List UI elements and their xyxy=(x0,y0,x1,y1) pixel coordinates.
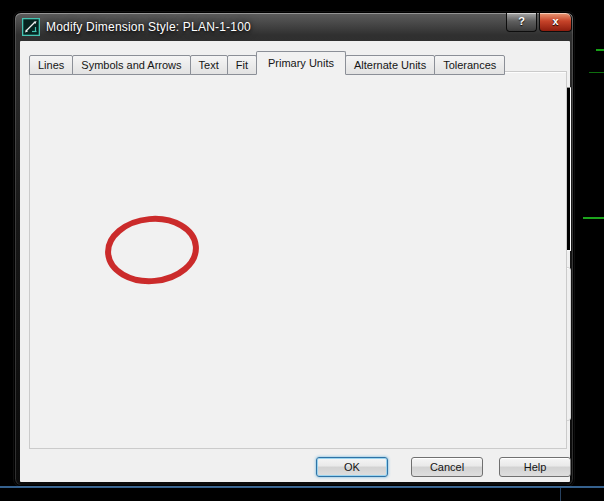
dimension-style-icon xyxy=(22,18,40,36)
window-title: Modify Dimension Style: PLAN-1-100 xyxy=(46,20,251,34)
tab-alternate-units[interactable]: Alternate Units xyxy=(345,55,435,75)
background-tick xyxy=(560,488,561,501)
background-blue-line xyxy=(0,486,604,488)
cancel-button[interactable]: Cancel xyxy=(411,457,483,477)
tab-strip: Lines Symbols and Arrows Text Fit Primar… xyxy=(29,51,504,75)
tab-fit[interactable]: Fit xyxy=(227,55,257,75)
tab-text[interactable]: Text xyxy=(190,55,228,75)
tab-page-primary-units xyxy=(29,71,567,449)
background-green-dash xyxy=(596,49,604,51)
title-bar[interactable]: Modify Dimension Style: PLAN-1-100 ? x xyxy=(15,13,573,41)
background-green-dash xyxy=(589,72,604,73)
help-button[interactable]: Help xyxy=(499,457,571,477)
titlebar-help-button[interactable]: ? xyxy=(506,13,537,32)
tab-tolerances[interactable]: Tolerances xyxy=(434,55,505,75)
tab-symbols-and-arrows[interactable]: Symbols and Arrows xyxy=(72,55,190,75)
screenshot-root: Modify Dimension Style: PLAN-1-100 ? x L… xyxy=(0,0,604,501)
modify-dimension-style-dialog: Modify Dimension Style: PLAN-1-100 ? x L… xyxy=(14,12,574,486)
tab-lines[interactable]: Lines xyxy=(29,55,73,75)
tab-primary-units[interactable]: Primary Units xyxy=(256,51,346,75)
background-green-dash xyxy=(583,217,604,219)
dialog-body: Lines Symbols and Arrows Text Fit Primar… xyxy=(20,41,570,482)
close-icon[interactable]: x xyxy=(539,13,572,32)
ok-button[interactable]: OK xyxy=(316,457,388,477)
